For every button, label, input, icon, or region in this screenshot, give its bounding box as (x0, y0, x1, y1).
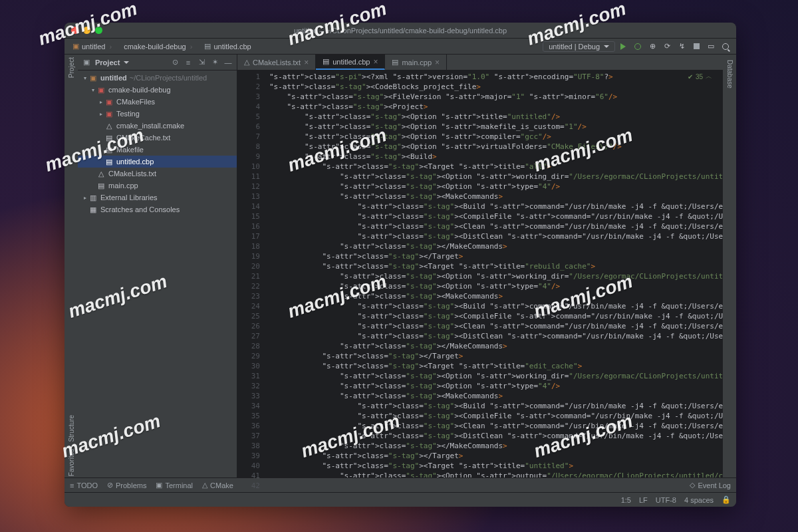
project-panel-icon: ▣ (82, 58, 91, 67)
tree-file[interactable]: ▤ CMakeCache.txt (78, 132, 237, 144)
run-button[interactable] (616, 40, 630, 53)
editor-area: △ CMakeLists.txt × ▤ untitled.cbp × ▤ ma… (237, 55, 723, 477)
profile-button[interactable]: ⟳ (660, 40, 674, 53)
select-opened-file-icon[interactable]: ⊙ (170, 58, 180, 67)
indent-setting[interactable]: 4 spaces (684, 496, 714, 504)
favorites-tool-button[interactable]: Favorites (68, 449, 75, 476)
breadcrumb-file[interactable]: ▤ untitled.cbp (200, 41, 255, 52)
run-config-selector[interactable]: untitled | Debug (543, 41, 615, 52)
tree-label: main.cpp (108, 182, 138, 190)
stop-button[interactable] (690, 40, 703, 53)
search-everywhere-button[interactable] (719, 40, 732, 53)
tree-label: cmake-build-debug (108, 86, 171, 94)
window-title: untitled – ~/CLionProjects/untitled/cmak… (65, 27, 736, 35)
chevron-down-icon[interactable] (124, 61, 129, 64)
tree-label: untitled (100, 74, 127, 82)
minimize-icon[interactable] (83, 27, 90, 34)
tree-file[interactable]: △ cmake_install.cmake (78, 120, 237, 132)
run-config-label: untitled | Debug (549, 43, 600, 51)
tree-project-root[interactable]: ▾▣ untitled ~/CLionProjects/untitled (78, 72, 237, 84)
tab-label: CMakeLists.txt (253, 59, 301, 66)
scratch-icon: ▦ (88, 205, 98, 214)
coverage-button[interactable]: ⊕ (646, 40, 659, 53)
close-tab-icon[interactable]: × (435, 58, 440, 67)
titlebar: untitled – ~/CLionProjects/untitled/cmak… (65, 23, 736, 39)
tree-label: Scratches and Consoles (100, 205, 180, 213)
folder-icon: ▣ (96, 86, 106, 94)
collapse-icon[interactable]: ⇲ (197, 58, 206, 67)
tree-file[interactable]: △ CMakeLists.txt (78, 168, 237, 180)
tree-label: Testing (116, 110, 140, 118)
file-encoding[interactable]: UTF-8 (656, 496, 676, 504)
attach-button[interactable]: ↯ (675, 40, 688, 53)
project-tool-button[interactable]: Project (68, 57, 75, 78)
folder-icon: ▣ (104, 110, 114, 118)
breadcrumb-root[interactable]: ▣ untitled › (68, 41, 117, 52)
chevron-up-icon: ︿ (706, 72, 712, 81)
stop-icon (694, 43, 700, 49)
search-icon (722, 43, 729, 50)
close-tab-icon[interactable]: × (373, 57, 378, 66)
cmake-file-icon: △ (96, 170, 106, 178)
right-tool-strip: Database (723, 55, 736, 477)
tree-label: External Libraries (100, 194, 158, 201)
editor-gutter[interactable]: 1234567891011121314151617181920212223242… (237, 70, 264, 477)
editor-code[interactable]: "s-attr">class="s-pi"><?xml "s-attr">ver… (264, 70, 723, 477)
tree-label: Makefile (116, 146, 144, 154)
close-tab-icon[interactable]: × (304, 58, 309, 67)
tree-folder[interactable]: ▸▣ Testing (78, 108, 237, 120)
todo-tool-button[interactable]: ≡ TODO (70, 481, 98, 489)
library-icon: ▥ (88, 194, 98, 202)
debug-button[interactable] (631, 40, 644, 53)
layout-button[interactable]: ▭ (704, 40, 718, 53)
maximize-icon[interactable] (95, 27, 102, 34)
bug-icon (634, 43, 641, 50)
tab-label: main.cpp (402, 59, 432, 66)
tree-scratches[interactable]: ▦ Scratches and Consoles (78, 203, 237, 215)
editor-tab[interactable]: ▤ main.cpp × (385, 55, 447, 70)
text-file-icon: ▤ (104, 134, 114, 142)
project-tree: ▾▣ untitled ~/CLionProjects/untitled ▾▣ … (78, 70, 237, 477)
tab-label: untitled.cbp (332, 58, 370, 66)
tree-file[interactable]: ▤ main.cpp (78, 180, 237, 192)
ide-window: untitled – ~/CLionProjects/untitled/cmak… (65, 23, 736, 507)
folder-icon: ▣ (72, 42, 79, 51)
line-ending[interactable]: LF (639, 496, 648, 504)
problems-tool-button[interactable]: ⊘ Problems (107, 481, 146, 489)
inspection-widget[interactable]: ✔ 35 ︿ (688, 72, 712, 81)
structure-tool-button[interactable]: Structure (68, 415, 75, 442)
expand-all-icon[interactable]: ≡ (184, 58, 193, 67)
tree-external-libraries[interactable]: ▸▥ External Libraries (78, 192, 237, 203)
terminal-tool-button[interactable]: ▣ Terminal (156, 481, 193, 489)
gear-icon[interactable]: ✶ (210, 58, 219, 67)
project-panel-title: Project (95, 59, 120, 66)
lock-icon[interactable]: 🔒 (722, 495, 731, 504)
event-log-button[interactable]: ◇ Event Log (690, 481, 731, 489)
database-tool-button[interactable]: Database (726, 60, 733, 88)
project-file-icon: ▤ (323, 57, 329, 66)
bottom-tool-bar: ≡ TODO ⊘ Problems ▣ Terminal △ CMake ◇ E… (65, 477, 736, 492)
cmake-tool-button[interactable]: △ CMake (202, 481, 233, 489)
tree-label: CMakeCache.txt (116, 134, 170, 142)
breadcrumb-folder[interactable]: cmake-build-debug › (120, 41, 198, 52)
tree-folder[interactable]: ▾▣ cmake-build-debug (78, 84, 237, 96)
chevron-down-icon (604, 45, 609, 48)
tree-folder[interactable]: ▸▣ CMakeFiles (78, 96, 237, 108)
inspection-count: 35 (696, 73, 703, 80)
folder-icon: ▣ (88, 74, 98, 82)
tree-file-selected[interactable]: ▤ untitled.cbp (78, 156, 237, 168)
close-icon[interactable] (71, 27, 78, 34)
hide-panel-icon[interactable]: — (223, 58, 233, 67)
cursor-position[interactable]: 1:5 (621, 496, 631, 504)
editor-tab-active[interactable]: ▤ untitled.cbp × (316, 55, 385, 70)
project-sidebar: ▣ Project ⊙ ≡ ⇲ ✶ — ▾▣ untitled ~/CLionP… (78, 55, 237, 477)
editor-tabs: △ CMakeLists.txt × ▤ untitled.cbp × ▤ ma… (237, 55, 723, 70)
editor-tab[interactable]: △ CMakeLists.txt × (237, 55, 316, 70)
file-icon: ▤ (204, 42, 211, 51)
cmake-file-icon: △ (244, 58, 249, 66)
tree-file[interactable]: ▤ Makefile (78, 144, 237, 156)
left-tool-strip: Project Structure Favorites (65, 55, 78, 477)
tree-path: ~/CLionProjects/untitled (130, 74, 207, 82)
play-icon (620, 43, 626, 50)
tree-label: CMakeLists.txt (108, 170, 156, 178)
